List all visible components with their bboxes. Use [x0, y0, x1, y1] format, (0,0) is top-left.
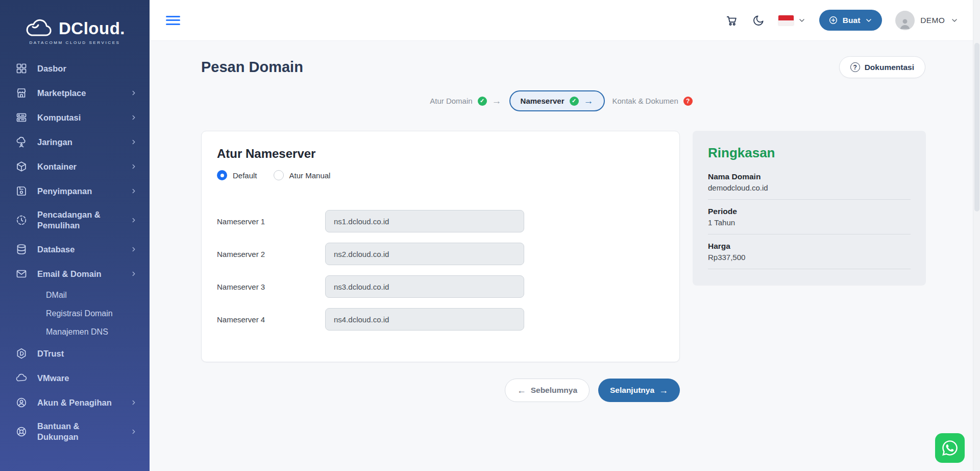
support-icon — [15, 426, 28, 438]
summary-domain-label: Nama Domain — [708, 172, 911, 181]
nameserver-3-row: Nameserver 3 — [217, 275, 664, 298]
dark-mode-moon-icon[interactable] — [752, 14, 765, 27]
summary-domain-value: demodcloud.co.id — [708, 183, 911, 192]
documentation-label: Dokumentasi — [865, 63, 914, 72]
sidebar-item-kontainer[interactable]: Kontainer — [15, 154, 137, 179]
chevron-right-icon — [130, 217, 137, 224]
radio-atur-manual[interactable]: Atur Manual — [274, 170, 331, 180]
summary-period-value: 1 Tahun — [708, 218, 911, 227]
account-icon — [15, 396, 28, 409]
hamburger-menu-icon[interactable] — [166, 13, 180, 27]
dtrust-icon — [15, 347, 28, 360]
user-icon — [898, 17, 912, 30]
avatar — [895, 11, 915, 30]
divider — [708, 269, 911, 269]
summary-price-value: Rp337,500 — [708, 253, 911, 262]
sidebar-item-dtrust[interactable]: DTrust — [15, 341, 137, 366]
whatsapp-button[interactable] — [935, 433, 965, 463]
nameserver-3-input[interactable] — [325, 275, 524, 298]
language-selector[interactable] — [778, 15, 806, 26]
sidebar-item-bantuan-dukungan[interactable]: Bantuan & Dukungan — [15, 415, 137, 449]
sidebar-subitem-dmail[interactable]: DMail — [15, 286, 137, 304]
arrow-left-icon: ← — [517, 386, 526, 395]
nameserver-2-label: Nameserver 2 — [217, 250, 325, 258]
nameserver-1-input[interactable] — [325, 210, 524, 232]
user-menu[interactable]: DEMO — [895, 11, 959, 30]
chevron-right-icon — [130, 270, 137, 277]
nameserver-3-label: Nameserver 3 — [217, 282, 325, 291]
brand-tagline: DATACOMM CLOUD SERVICES — [0, 40, 150, 45]
sidebar-item-dasbor[interactable]: Dasbor — [15, 56, 137, 81]
radio-default-label: Default — [233, 171, 257, 180]
chevron-right-icon — [130, 89, 137, 97]
chevron-down-icon — [950, 16, 959, 25]
sidebar-item-komputasi[interactable]: Komputasi — [15, 105, 137, 130]
help-circle-icon: ? — [850, 62, 860, 72]
scrollbar-thumb[interactable] — [974, 43, 979, 211]
radio-default[interactable]: Default — [217, 170, 257, 180]
form-title: Atur Nameserver — [217, 147, 664, 161]
question-circle-icon: ? — [683, 97, 693, 106]
create-button-label: Buat — [843, 16, 860, 25]
summary-card: Ringkasan Nama Domain demodcloud.co.id P… — [693, 131, 926, 286]
sidebar: DCloud. DATACOMM CLOUD SERVICES Dasbor M… — [0, 0, 150, 471]
wizard-actions: ← Sebelumnya Selanjutnya → — [201, 379, 680, 402]
database-icon — [15, 243, 28, 255]
next-button[interactable]: Selanjutnya → — [598, 379, 680, 402]
vmware-cloud-icon — [15, 372, 28, 384]
chevron-down-icon — [798, 16, 806, 25]
sidebar-subitem-registrasi-domain[interactable]: Registrasi Domain — [15, 304, 137, 323]
brand-logo[interactable]: DCloud. — [0, 0, 150, 39]
nameserver-mode-options: Default Atur Manual — [217, 170, 664, 180]
chevron-right-icon — [130, 428, 137, 435]
divider — [708, 234, 911, 234]
divider — [708, 199, 911, 200]
sidebar-nav: Dasbor Marketplace Komputasi — [0, 56, 150, 449]
radio-unselected-icon[interactable] — [274, 170, 284, 180]
previous-button-label: Sebelumnya — [531, 386, 577, 395]
brand-name: DCloud. — [59, 19, 125, 38]
plus-circle-icon — [828, 15, 838, 25]
user-name: DEMO — [920, 16, 945, 25]
nameserver-form-card: Atur Nameserver Default Atur Manual Name… — [201, 131, 680, 362]
storage-icon — [15, 185, 28, 197]
topbar: Buat DEMO — [150, 0, 973, 41]
check-circle-icon: ✓ — [478, 97, 487, 106]
summary-title: Ringkasan — [708, 145, 911, 161]
step-atur-domain[interactable]: Atur Domain ✓ → — [430, 96, 501, 106]
step-nameserver-active[interactable]: Nameserver ✓ → — [509, 90, 605, 111]
radio-selected-icon[interactable] — [217, 170, 227, 180]
arrow-right-icon: → — [492, 96, 502, 106]
documentation-button[interactable]: ? Dokumentasi — [839, 56, 925, 78]
nameserver-4-label: Nameserver 4 — [217, 315, 325, 324]
nameserver-4-row: Nameserver 4 — [217, 308, 664, 331]
sidebar-item-vmware[interactable]: VMware — [15, 366, 137, 390]
create-button[interactable]: Buat — [819, 10, 882, 31]
sidebar-item-pencadangan[interactable]: Pencadangan & Pemulihan — [15, 203, 137, 237]
cart-icon[interactable] — [725, 14, 739, 27]
container-icon — [15, 160, 28, 173]
main-content: Pesan Domain ? Dokumentasi Atur Domain ✓… — [150, 41, 973, 471]
sidebar-subitem-manajemen-dns[interactable]: Manajemen DNS — [15, 323, 137, 341]
chevron-down-icon — [865, 16, 873, 25]
backup-icon — [15, 214, 28, 226]
stepper: Atur Domain ✓ → Nameserver ✓ → Kontak & … — [150, 90, 973, 111]
sidebar-item-database[interactable]: Database — [15, 237, 137, 262]
scrollbar-track — [973, 0, 980, 471]
whatsapp-icon — [941, 439, 959, 457]
sidebar-item-akun-penagihan[interactable]: Akun & Penagihan — [15, 390, 137, 415]
radio-manual-label: Atur Manual — [289, 171, 331, 180]
compute-icon — [15, 111, 28, 124]
marketplace-icon — [15, 87, 28, 99]
sidebar-item-email-domain[interactable]: Email & Domain — [15, 262, 137, 286]
nameserver-1-label: Nameserver 1 — [217, 217, 325, 226]
nameserver-4-input[interactable] — [325, 308, 524, 331]
chevron-right-icon — [130, 138, 137, 146]
nameserver-2-input[interactable] — [325, 243, 524, 265]
sidebar-item-marketplace[interactable]: Marketplace — [15, 81, 137, 105]
step-kontak-dokumen: Kontak & Dokumen ? — [612, 97, 693, 106]
cloud-logo-icon — [24, 18, 54, 39]
sidebar-item-penyimpanan[interactable]: Penyimpanan — [15, 179, 137, 203]
sidebar-item-jaringan[interactable]: Jaringan — [15, 130, 137, 154]
previous-button[interactable]: ← Sebelumnya — [505, 379, 590, 402]
